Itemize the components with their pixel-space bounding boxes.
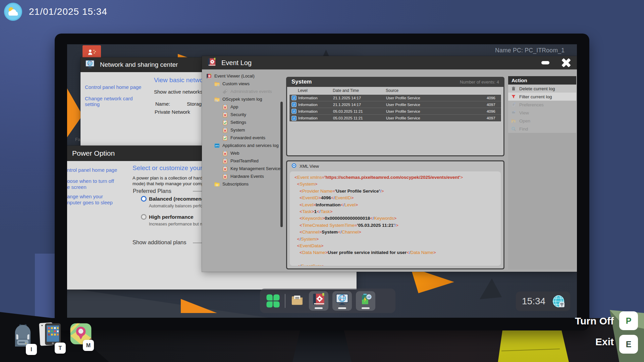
tree-item-settings[interactable]: Settings bbox=[202, 118, 285, 126]
xml-line: <TimeCreated SystemTime='05.03.2025 11:2… bbox=[294, 222, 496, 229]
folder-gear-icon bbox=[214, 96, 220, 102]
tree-item-hardware-events[interactable]: Hardware Events bbox=[202, 172, 285, 180]
view-icon bbox=[511, 110, 516, 115]
dock-app-event-log[interactable] bbox=[309, 291, 328, 311]
dock-app-power[interactable]: zZ bbox=[356, 291, 375, 311]
clip-x-icon bbox=[222, 104, 228, 110]
preferred-plans-label: Preferred Plans bbox=[133, 188, 171, 194]
pc-name-label: Name PC: PC_ITRoom_1 bbox=[495, 47, 565, 54]
svg-text:APPS: APPS bbox=[215, 145, 219, 146]
event-cell-id: 4096 bbox=[487, 109, 510, 113]
action-label: Open bbox=[519, 118, 530, 123]
link-change-sleep[interactable]: ange when your nputer goes to sleep bbox=[67, 194, 113, 206]
folder-bell-icon bbox=[214, 181, 220, 187]
tray-clock[interactable]: 15:34 bbox=[516, 292, 570, 311]
desktop-item-tablet[interactable]: T bbox=[37, 318, 65, 350]
tree-item-label: Web bbox=[230, 151, 239, 156]
column-header-source[interactable]: Source bbox=[386, 88, 486, 93]
tray-time: 15:34 bbox=[522, 296, 545, 307]
tree-item-label: Custom views bbox=[222, 81, 250, 86]
clip-x-icon bbox=[222, 127, 228, 133]
key-badge-t: T bbox=[55, 343, 66, 354]
weather-icon bbox=[4, 3, 22, 21]
tree-item-oscypek-system-log[interactable]: OScypek system log bbox=[202, 95, 285, 103]
event-cell-source: User Profile Service bbox=[386, 109, 487, 113]
tree-item-label: App bbox=[230, 104, 238, 109]
link-choose-turn-off-screen[interactable]: oose when to turn off e screen bbox=[67, 178, 114, 190]
tree-item-subscriptions[interactable]: Subscriptions bbox=[202, 180, 285, 188]
tree-item-label: Event Viewer (Local) bbox=[214, 73, 255, 79]
apps-icon: APPS bbox=[214, 143, 220, 149]
event-cell-id: 4097 bbox=[487, 103, 510, 107]
tree-item-custom-views[interactable]: Custom views bbox=[202, 80, 285, 88]
action-label: Delete current log bbox=[519, 86, 555, 91]
action-open: Open bbox=[508, 117, 576, 125]
event-cell-level: Information bbox=[298, 103, 333, 107]
turn-off-key-badge: P bbox=[619, 311, 638, 330]
clip-x-icon bbox=[222, 173, 228, 179]
action-filter-current-log[interactable]: Filter current log bbox=[508, 93, 576, 101]
radio-selected-icon[interactable] bbox=[291, 163, 297, 169]
xml-line: <Event xmlns='https://schemas.pixelteamr… bbox=[294, 174, 496, 181]
event-row[interactable]: iInformation21.1.2025 14:17User Profile … bbox=[289, 95, 501, 101]
dock-app-network[interactable] bbox=[332, 291, 352, 311]
open-app-indicator bbox=[362, 307, 370, 309]
tree-item-pixelteamred[interactable]: PixelTeamRed bbox=[202, 157, 285, 165]
open-icon bbox=[511, 118, 516, 123]
action-view: View bbox=[508, 109, 576, 117]
event-row[interactable]: iInformation21.1.2025 14:17User Profile … bbox=[289, 101, 501, 108]
event-row[interactable]: iInformation05.03.2025 11:21User Profile… bbox=[289, 108, 501, 115]
screen: Name PC: PC_ITRoom_1 Fa Network and shar… bbox=[67, 44, 577, 318]
action-label: View bbox=[519, 110, 529, 115]
minimize-button[interactable] bbox=[541, 61, 549, 64]
link-change-network-card[interactable]: Change network card setting bbox=[85, 96, 133, 107]
tree-item-web[interactable]: Web bbox=[202, 149, 285, 157]
link-control-panel-home[interactable]: Control panel home page bbox=[85, 84, 141, 90]
turn-off-label[interactable]: Turn Off bbox=[550, 315, 614, 327]
radio-balanced[interactable] bbox=[141, 196, 147, 202]
tree-item-system[interactable]: System bbox=[202, 126, 285, 134]
tree-item-security[interactable]: Security bbox=[202, 111, 285, 118]
exit-label[interactable]: Exit bbox=[550, 336, 614, 348]
column-header-level[interactable]: Level bbox=[298, 88, 333, 93]
column-header-date-and-time[interactable]: Date and Time bbox=[333, 88, 386, 93]
xml-panel: XML View <Event xmlns='https://schemas.p… bbox=[286, 160, 504, 269]
plan-balanced-desc: Automatically balances perfor bbox=[149, 204, 204, 208]
tree-item-forwarded-events[interactable]: Forwarded events bbox=[202, 134, 285, 142]
tree-item-administrative-events: Administrative events bbox=[202, 88, 285, 95]
event-log-titlebar[interactable]: Event Log bbox=[202, 56, 577, 69]
xml-line: <Provider Name='User Profile Service'/> bbox=[294, 188, 496, 195]
tree-item-label: Security bbox=[230, 112, 246, 117]
dock-files-button[interactable] bbox=[289, 293, 305, 309]
tree-item-label: Settings bbox=[230, 120, 246, 125]
tree-item-key-management-service[interactable]: Key Management Service bbox=[202, 165, 285, 172]
text-fragment: Fa bbox=[75, 137, 80, 142]
xml-content: <Event xmlns='https://schemas.pixelteamr… bbox=[290, 171, 501, 266]
event-cell-source: User Profile Service bbox=[386, 103, 487, 107]
radio-high-performance[interactable] bbox=[141, 214, 147, 220]
wallpaper-triangle bbox=[181, 299, 217, 313]
desktop-item-map[interactable]: M bbox=[68, 320, 93, 348]
tree-item-applications-and-services-log[interactable]: APPSApplications and services log bbox=[202, 142, 285, 149]
top-status-bar: 21/01/2025 15:34 bbox=[4, 3, 107, 21]
dock-launcher-button[interactable] bbox=[265, 293, 281, 309]
tree-item-app[interactable]: App bbox=[202, 103, 285, 111]
tree-scrollbar[interactable] bbox=[280, 102, 283, 227]
event-cell-date: 21.1.2025 14:17 bbox=[333, 103, 386, 107]
folder-cursor-icon bbox=[214, 81, 220, 87]
close-button[interactable] bbox=[561, 58, 571, 67]
find-icon bbox=[511, 126, 516, 132]
prefs-icon bbox=[511, 102, 516, 107]
trash-icon bbox=[511, 86, 516, 91]
tree-item-event-viewer-local[interactable]: Event Viewer (Local) bbox=[202, 72, 285, 80]
desktop-item-inventory[interactable]: I bbox=[9, 321, 36, 352]
link-power-control-panel[interactable]: ntrol panel home page bbox=[67, 167, 117, 173]
clip-x-icon bbox=[222, 112, 228, 118]
exit-key-badge: E bbox=[619, 335, 638, 354]
show-additional-plans-label[interactable]: Show additional plans bbox=[132, 239, 186, 246]
action-delete-current-log[interactable]: Delete current log bbox=[508, 85, 576, 93]
action-label: Find bbox=[519, 126, 528, 132]
event-row[interactable]: iInformation05.03.2025 11:21User Profile… bbox=[289, 115, 501, 121]
network-type: Private Network bbox=[155, 109, 190, 115]
event-cell-id: 4096 bbox=[487, 96, 510, 100]
